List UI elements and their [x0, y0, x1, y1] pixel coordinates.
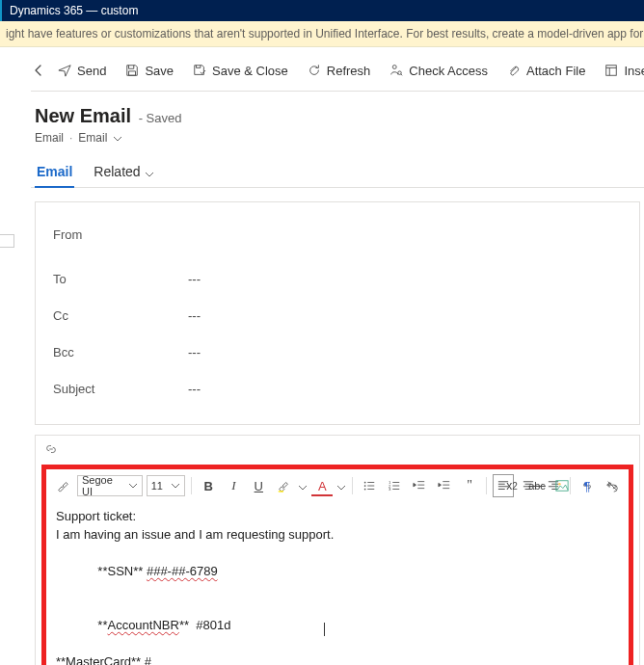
svg-point-4 — [364, 482, 366, 484]
refresh-label: Refresh — [327, 64, 371, 78]
unified-interface-warning: ight have features or customizations tha… — [0, 21, 644, 47]
direction-button[interactable]: ¶ — [577, 476, 598, 495]
chevron-down-icon — [128, 481, 138, 491]
italic-button[interactable]: I — [223, 476, 244, 495]
svg-point-11 — [558, 483, 561, 486]
save-status: - Saved — [139, 111, 182, 125]
chevron-down-icon — [145, 167, 154, 176]
insert-template-button[interactable]: Insert Templat — [597, 57, 644, 84]
to-value: --- — [188, 272, 201, 286]
form-picker[interactable] — [113, 133, 122, 143]
body-line: **MasterCard** # — [56, 653, 619, 665]
font-family-select[interactable]: Segoe UI — [77, 475, 143, 496]
breadcrumb-separator: · — [69, 131, 72, 145]
body-line: Support ticket: — [56, 508, 619, 526]
svg-point-0 — [393, 66, 397, 69]
bcc-label: Bcc — [53, 345, 188, 359]
svg-point-5 — [364, 485, 366, 487]
strikethrough-button[interactable]: abc — [526, 476, 548, 495]
bullet-list-button[interactable] — [359, 476, 380, 495]
to-row[interactable]: To --- — [53, 260, 622, 297]
toolbar-divider — [352, 477, 353, 494]
save-button[interactable]: Save — [118, 57, 181, 84]
attach-file-button[interactable]: Attach File — [499, 57, 593, 84]
email-body[interactable]: Support ticket: I am having an issue and… — [46, 502, 629, 665]
check-access-label: Check Access — [409, 64, 488, 78]
subject-row[interactable]: Subject --- — [53, 370, 622, 407]
body-line: **SSN** ###-##-6789 — [56, 545, 619, 599]
outdent-button[interactable] — [409, 476, 430, 495]
chevron-down-icon — [171, 481, 180, 491]
highlight-button[interactable] — [273, 476, 294, 495]
email-body-editor: Segoe UI 11 B I U A — [35, 435, 640, 665]
page-header: New Email - Saved Email · Email — [31, 92, 644, 152]
bcc-row[interactable]: Bcc --- — [53, 333, 622, 370]
main-column: Send Save Save & Close Refresh — [15, 50, 644, 665]
tab-email[interactable]: Email — [35, 158, 74, 187]
toolbar-divider — [486, 477, 487, 494]
send-button[interactable]: Send — [50, 57, 114, 84]
quote-button[interactable]: " — [459, 476, 480, 495]
svg-point-1 — [398, 71, 402, 75]
page-title: New Email — [35, 105, 131, 126]
send-icon — [58, 64, 71, 77]
highlight-dropdown[interactable] — [298, 481, 308, 491]
save-close-icon — [193, 64, 206, 77]
insert-link-icon[interactable] — [43, 441, 59, 457]
indent-button[interactable] — [434, 476, 455, 495]
undo-button[interactable] — [602, 476, 623, 495]
title-bar: Dynamics 365 — custom — [0, 0, 644, 21]
to-label: To — [53, 272, 188, 286]
command-bar: Send Save Save & Close Refresh — [31, 50, 644, 92]
font-size-select[interactable]: 11 — [147, 475, 186, 496]
cc-row[interactable]: Cc --- — [53, 297, 622, 333]
body-line: I am having an issue and I am requesting… — [56, 526, 619, 545]
attach-icon — [507, 64, 521, 77]
font-family-value: Segoe UI — [82, 474, 124, 497]
toolbar-divider — [191, 477, 192, 494]
font-color-button[interactable]: A — [311, 476, 333, 495]
svg-point-6 — [364, 489, 366, 491]
body-line: **AccountNBR** #801d — [56, 598, 619, 653]
number-list-button[interactable]: 123 — [384, 476, 405, 495]
form-tabs: Email Related — [31, 152, 644, 188]
cc-value: --- — [188, 308, 201, 323]
from-row[interactable]: From — [53, 216, 622, 253]
check-access-button[interactable]: Check Access — [382, 57, 496, 84]
font-size-value: 11 — [151, 480, 163, 492]
subscript-button[interactable]: x2 — [501, 476, 523, 495]
email-header-card: From To --- Cc --- Bcc --- Subject --- — [35, 201, 640, 425]
template-icon — [604, 64, 618, 77]
content-area: Send Save Save & Close Refresh — [0, 50, 644, 665]
back-button[interactable] — [31, 57, 46, 84]
insert-image-button[interactable] — [551, 476, 573, 495]
tab-related-label: Related — [94, 164, 140, 179]
font-color-dropdown[interactable] — [336, 481, 346, 491]
editor-tools-row — [36, 436, 639, 465]
left-rail-stub — [0, 50, 15, 665]
toolbar-right-group: x2 abc ¶ — [501, 473, 623, 498]
app-title: Dynamics 365 — custom — [10, 4, 138, 17]
subject-label: Subject — [53, 382, 188, 396]
spellcheck-span: AccountNBR — [107, 618, 178, 632]
attach-label: Attach File — [526, 64, 585, 78]
svg-text:3: 3 — [389, 487, 391, 492]
format-painter-icon[interactable] — [52, 476, 73, 495]
cc-label: Cc — [53, 308, 188, 323]
save-close-label: Save & Close — [212, 64, 288, 78]
save-label: Save — [145, 64, 174, 78]
tab-related[interactable]: Related — [92, 158, 155, 187]
svg-rect-2 — [606, 66, 617, 76]
tab-email-label: Email — [37, 164, 72, 179]
rich-text-toolbar: Segoe UI 11 B I U A — [46, 469, 629, 502]
send-label: Send — [77, 64, 106, 78]
breadcrumb-entity: Email — [35, 131, 64, 145]
save-close-button[interactable]: Save & Close — [185, 57, 296, 84]
left-rail-handle[interactable] — [0, 234, 14, 248]
bold-button[interactable]: B — [198, 476, 219, 495]
underline-button[interactable]: U — [248, 476, 269, 495]
warning-text: ight have features or customizations tha… — [6, 27, 644, 40]
subject-value: --- — [188, 382, 201, 396]
bcc-value: --- — [188, 345, 201, 359]
refresh-button[interactable]: Refresh — [300, 57, 379, 84]
